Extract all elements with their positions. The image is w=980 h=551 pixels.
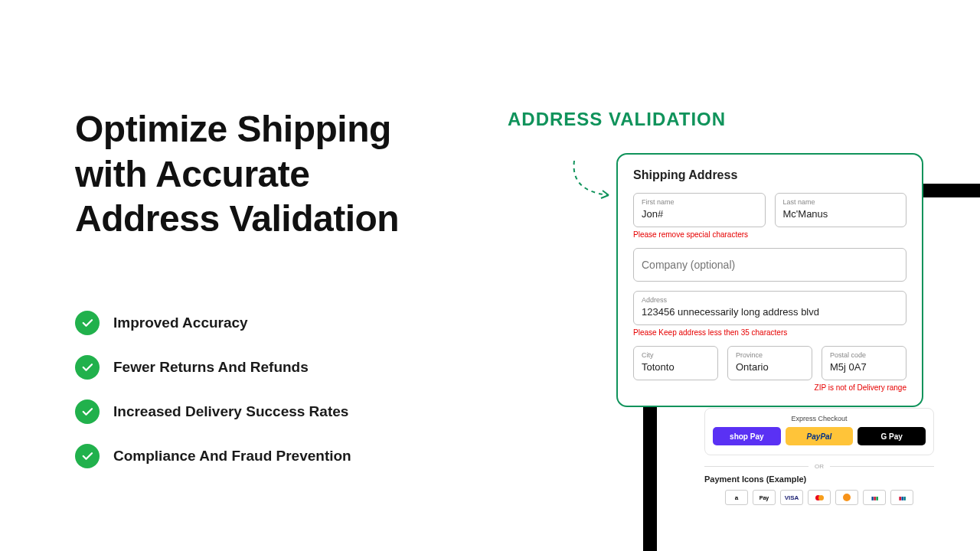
- benefit-text: Fewer Returns And Refunds: [113, 359, 309, 376]
- postal-error: ZIP is not of Delivery range: [633, 383, 906, 392]
- check-icon: [75, 311, 100, 335]
- last-name-field[interactable]: Last name: [775, 193, 907, 227]
- first-name-input[interactable]: [642, 208, 757, 220]
- check-icon: [75, 399, 100, 424]
- bitcoin-icon: [835, 490, 858, 505]
- shoppay-button[interactable]: shop Pay: [713, 427, 781, 445]
- city-field[interactable]: City: [633, 346, 718, 380]
- gpay-button[interactable]: G Pay: [858, 427, 926, 445]
- hero-left: Optimize Shipping with Accurate Address …: [75, 107, 458, 468]
- city-input[interactable]: [642, 361, 710, 373]
- or-divider: OR: [704, 463, 934, 470]
- payment-icons-title: Payment Icons (Example): [704, 474, 934, 484]
- benefit-item: Compliance And Fraud Prevention: [75, 444, 458, 468]
- benefit-list: Improved Accuracy Fewer Returns And Refu…: [75, 311, 458, 468]
- benefit-text: Compliance And Fraud Prevention: [113, 448, 351, 465]
- shipping-address-card: Shipping Address First name Last name Pl…: [616, 153, 923, 407]
- first-name-error: Please remove special characters: [633, 230, 906, 239]
- headline: Optimize Shipping with Accurate Address …: [75, 107, 458, 242]
- province-field[interactable]: Province: [727, 346, 812, 380]
- last-name-input[interactable]: [783, 208, 899, 220]
- check-icon: [75, 444, 100, 468]
- company-field[interactable]: [633, 248, 906, 282]
- express-label: Express Checkout: [713, 415, 926, 422]
- mastercard-icon: [808, 490, 831, 505]
- callout-label: ADDRESS VALIDATION: [508, 107, 726, 131]
- payment-icons-row: a Pay VISA ▮▮▮ ▮▮▮: [704, 490, 934, 505]
- postal-label: Postal code: [830, 351, 898, 359]
- address-label: Address: [642, 296, 898, 304]
- benefit-item: Improved Accuracy: [75, 311, 458, 335]
- last-name-label: Last name: [783, 198, 899, 206]
- first-name-label: First name: [642, 198, 757, 206]
- benefit-item: Increased Delivery Success Rates: [75, 399, 458, 424]
- checkout-panel: Express Checkout shop Pay PayPal G Pay O…: [704, 408, 934, 505]
- address-input[interactable]: [642, 306, 898, 318]
- province-input[interactable]: [736, 361, 804, 373]
- benefit-text: Increased Delivery Success Rates: [113, 403, 348, 420]
- address-error: Please Keep address less then 35 charact…: [633, 328, 906, 337]
- visa-icon: VISA: [780, 490, 803, 505]
- paypal-button[interactable]: PayPal: [786, 427, 854, 445]
- express-checkout-card: Express Checkout shop Pay PayPal G Pay: [704, 408, 934, 455]
- card-title: Shipping Address: [633, 168, 906, 182]
- city-label: City: [642, 351, 710, 359]
- address-field[interactable]: Address: [633, 291, 906, 325]
- applepay-icon: Pay: [753, 490, 776, 505]
- province-label: Province: [736, 351, 804, 359]
- amazon-icon: a: [725, 490, 748, 505]
- unionpay-icon: ▮▮▮: [890, 490, 913, 505]
- company-input[interactable]: [642, 259, 898, 271]
- arrow-icon: [567, 153, 620, 207]
- postal-field[interactable]: Postal code: [822, 346, 906, 380]
- benefit-item: Fewer Returns And Refunds: [75, 355, 458, 380]
- postal-input[interactable]: [830, 361, 898, 373]
- jcb-icon: ▮▮▮: [863, 490, 886, 505]
- benefit-text: Improved Accuracy: [113, 315, 248, 331]
- first-name-field[interactable]: First name: [633, 193, 766, 227]
- check-icon: [75, 355, 100, 380]
